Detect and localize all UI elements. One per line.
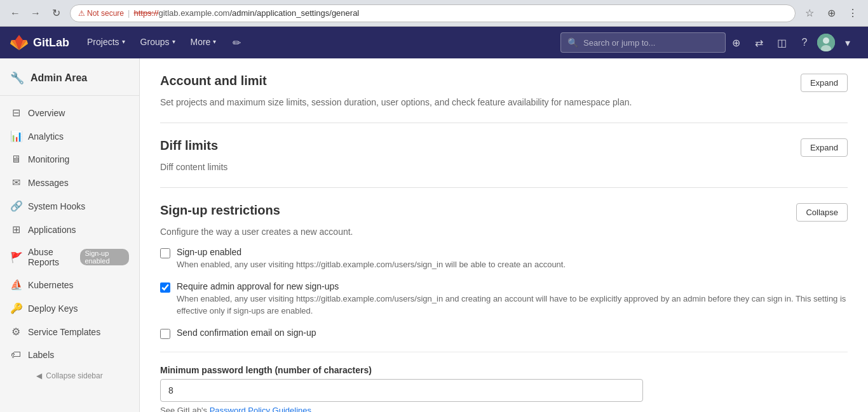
require-admin-desc: When enabled, any user visiting https://… [177,293,848,317]
signup-restrictions-desc: Configure the way a user creates a new a… [160,227,848,237]
require-admin-label[interactable]: Require admin approval for new sign-ups … [177,281,848,317]
form-hint-text: See GitLab's [160,406,210,413]
content-inner: Account and limit Expand Set projects an… [140,58,868,412]
signup-restrictions-collapse-button[interactable]: Collapse [796,203,848,222]
sidebar-item-analytics[interactable]: 📊 Analytics [0,124,139,148]
send-confirmation-title: Send confirmation email on sign-up [177,328,316,338]
sidebar-item-label: Analytics [28,131,64,142]
address-bar[interactable]: ⚠ Not secure | https://gitlab.example.co… [70,4,796,22]
nav-right-actions: ⊕ ⇄ ◫ ? ▾ [726,32,858,53]
signup-restrictions-section: Sign-up restrictions Collapse Configure … [160,203,848,412]
sidebar-item-overview[interactable]: ⊟ Overview [0,101,139,124]
forward-button[interactable]: → [27,4,44,22]
create-button[interactable]: ⊕ [726,32,746,53]
sidebar-item-applications[interactable]: ⊞ Applications [0,218,139,241]
require-admin-row: Require admin approval for new sign-ups … [160,281,848,317]
require-admin-title: Require admin approval for new sign-ups [177,281,848,291]
gitlab-navbar: GitLab Projects ▾ Groups ▾ More ▾ ✏ 🔍 Se… [0,27,868,58]
not-secure-text: Not secure [87,9,124,18]
gitlab-wordmark: GitLab [33,36,69,50]
account-limit-title-group: Account and limit [160,74,267,88]
sidebar-item-label: Labels [28,350,54,360]
overview-icon: ⊟ [10,107,22,119]
diff-limits-expand-button[interactable]: Expand [801,138,848,157]
signup-enabled-title: Sign-up enabled [177,247,566,257]
deploy-keys-icon: 🔑 [10,302,22,314]
url-protocol: https:// [133,8,158,18]
browser-bar: ← → ↻ ⚠ Not secure | https://gitlab.exam… [0,0,868,27]
require-admin-checkbox[interactable] [160,282,170,293]
sidebar-item-label: Applications [28,225,76,235]
messages-icon: ✉ [10,176,22,189]
sidebar: 🔧 Admin Area ⊟ Overview 📊 Analytics 🖥 Mo… [0,58,140,412]
sidebar-item-label: Kubernetes [28,280,74,290]
browser-nav-buttons: ← → ↻ [6,4,65,22]
issues-button[interactable]: ◫ [771,32,792,53]
back-button[interactable]: ← [6,4,24,22]
nav-groups-label: Groups [140,37,170,47]
sidebar-item-deploy-keys[interactable]: 🔑 Deploy Keys [0,296,139,320]
send-confirmation-checkbox[interactable] [160,329,170,339]
nav-projects[interactable]: Projects ▾ [79,27,133,58]
collapse-sidebar[interactable]: ◀ Collapse sidebar [0,366,139,385]
labels-icon: 🏷 [10,349,22,361]
kubernetes-icon: ⛵ [10,279,22,291]
extensions-button[interactable]: ⊕ [822,4,840,22]
signup-enabled-row: Sign-up enabled When enabled, any user v… [160,247,848,271]
gitlab-logo-icon [10,34,28,51]
sidebar-item-system-hooks[interactable]: 🔗 System Hooks [0,194,139,218]
more-chevron-icon: ▾ [213,38,216,45]
analytics-icon: 📊 [10,130,22,142]
sidebar-item-messages[interactable]: ✉ Messages [0,171,139,194]
abuse-reports-icon: 🚩 [10,251,22,263]
merge-requests-button[interactable]: ⇄ [749,32,769,53]
signup-enabled-desc: When enabled, any user visiting https://… [177,258,566,271]
user-chevron-button[interactable]: ▾ [837,32,858,53]
nav-projects-label: Projects [87,37,119,47]
signup-restrictions-header: Sign-up restrictions Collapse [160,203,848,222]
svg-point-1 [823,37,829,44]
avatar-image [817,34,835,51]
sidebar-item-kubernetes[interactable]: ⛵ Kubernetes [0,273,139,296]
collapse-icon: ◀ [36,371,42,380]
sidebar-item-abuse-reports[interactable]: 🚩 Abuse Reports Sign-up enabled [0,241,139,273]
signup-enabled-checkbox[interactable] [160,248,170,258]
sidebar-item-label: Deploy Keys [28,303,78,314]
sidebar-item-service-templates[interactable]: ⚙ Service Templates [0,320,139,343]
menu-button[interactable]: ⋮ [844,4,862,22]
url-domain: gitlab.example.com [158,8,229,18]
signup-restrictions-title: Sign-up restrictions [160,203,280,218]
signup-enabled-label[interactable]: Sign-up enabled When enabled, any user v… [177,247,566,271]
gitlab-logo[interactable]: GitLab [10,34,69,51]
nav-groups[interactable]: Groups ▾ [133,27,183,58]
nav-search[interactable]: 🔍 Search or jump to... [560,32,726,53]
sidebar-item-monitoring[interactable]: 🖥 Monitoring [0,148,139,171]
main-layout: 🔧 Admin Area ⊟ Overview 📊 Analytics 🖥 Mo… [0,58,868,412]
sidebar-item-label: Service Templates [28,327,100,337]
reload-button[interactable]: ↻ [47,4,65,22]
content-area: Account and limit Expand Set projects an… [140,58,868,412]
not-secure-indicator: ⚠ Not secure [78,9,124,18]
help-button[interactable]: ? [794,32,815,53]
user-avatar[interactable] [817,34,835,51]
sidebar-item-label: System Hooks [28,201,85,211]
sidebar-header: 🔧 Admin Area [0,63,139,96]
diff-limits-title: Diff limits [160,138,218,153]
min-password-label: Minimum password length (number of chara… [160,365,848,375]
bookmark-button[interactable]: ☆ [801,4,818,22]
url-separator: | [128,8,130,18]
sidebar-item-label: Monitoring [28,154,69,164]
password-policy-link[interactable]: Password Policy Guidelines [210,406,311,413]
min-password-input[interactable] [160,379,643,402]
send-confirmation-label[interactable]: Send confirmation email on sign-up [177,328,316,338]
sidebar-item-label: Overview [28,108,65,118]
sidebar-item-labels[interactable]: 🏷 Labels [0,343,139,366]
account-limit-title: Account and limit [160,74,267,88]
nav-more[interactable]: More ▾ [183,27,224,58]
account-limit-desc: Set projects and maximum size limits, se… [160,97,848,107]
nav-pencil-button[interactable]: ✏ [226,32,247,53]
groups-chevron-icon: ▾ [172,38,175,45]
account-limit-expand-button[interactable]: Expand [801,74,848,92]
min-password-group: Minimum password length (number of chara… [160,365,848,413]
min-password-hint: See GitLab's Password Policy Guidelines [160,406,848,413]
